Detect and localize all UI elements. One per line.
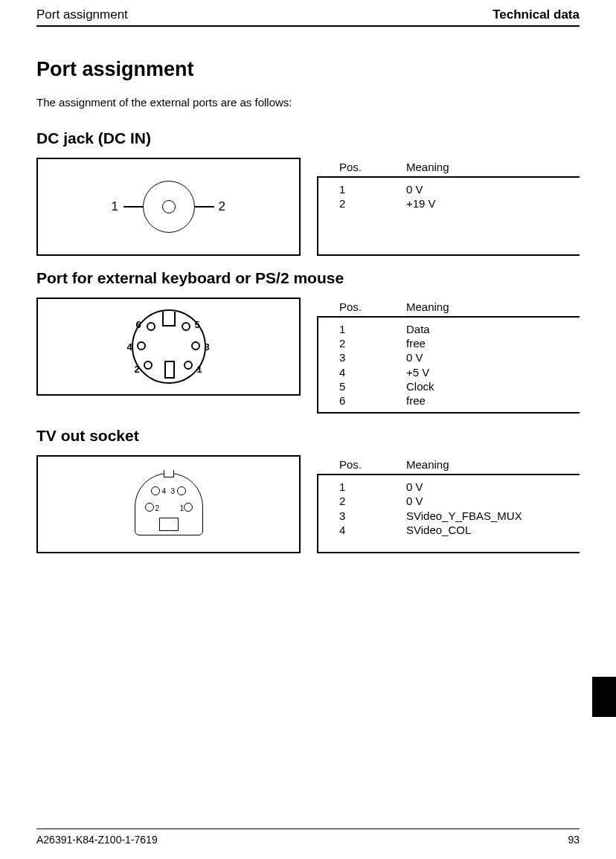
table-row: 2free	[339, 336, 580, 350]
col-header-meaning: Meaning	[406, 300, 580, 313]
ps2-pin-label: 5	[195, 319, 200, 330]
table-row: 3SVideo_Y_FBAS_MUX	[339, 509, 580, 523]
table-row: 6free	[339, 393, 580, 408]
ps2-pin-label: 4	[127, 341, 132, 353]
col-header-pos: Pos.	[339, 458, 406, 471]
header-chapter: Technical data	[493, 7, 580, 22]
table-row: 20 V	[339, 494, 580, 508]
dc-diagram-box: 1 2	[36, 158, 301, 256]
table-row: 30 V	[339, 350, 580, 364]
table-row: 10 V	[339, 182, 580, 196]
thumb-index-tab	[592, 677, 616, 717]
table-row: 5Clock	[339, 379, 580, 393]
page-header: Port assignment Technical data	[36, 0, 580, 27]
tv-diagram-box: 1 2 3 4	[36, 455, 301, 553]
col-header-pos: Pos.	[339, 161, 406, 173]
table-row: 4+5 V	[339, 365, 580, 379]
footer-docnum: A26391-K84-Z100-1-7619	[36, 834, 158, 846]
table-row: 2+19 V	[339, 196, 580, 210]
ps2-section: 1 2 3 4 5 6 Pos. Meaning 1Data 2free 30 …	[36, 297, 580, 414]
ps2-pin-label: 6	[136, 319, 141, 330]
ps2-diagram-box: 1 2 3 4 5 6	[36, 297, 301, 396]
table-row: 10 V	[339, 480, 580, 494]
col-header-meaning: Meaning	[406, 458, 580, 471]
dc-pin-table: Pos. Meaning 10 V 2+19 V	[317, 158, 580, 256]
page-title: Port assignment	[36, 58, 580, 81]
dc-pin-label: 1	[112, 199, 118, 214]
section-title-ps2: Port for external keyboard or PS/2 mouse	[36, 269, 580, 287]
footer-page: 93	[568, 834, 580, 846]
dc-pin-label: 2	[219, 199, 225, 214]
ps2-pin-label: 1	[197, 364, 202, 375]
section-title-dc: DC jack (DC IN)	[36, 129, 580, 147]
tv-pin-label: 1	[180, 504, 185, 512]
tv-connector-icon: 1 2 3 4	[124, 467, 214, 541]
header-section: Port assignment	[36, 7, 128, 22]
ps2-pin-table: Pos. Meaning 1Data 2free 30 V 4+5 V 5Clo…	[317, 297, 580, 414]
tv-pin-table: Pos. Meaning 10 V 20 V 3SVideo_Y_FBAS_MU…	[317, 455, 580, 553]
tv-pin-label: 2	[155, 504, 160, 512]
tv-section: 1 2 3 4 Pos. Meaning 10 V 20 V 3SVideo_Y…	[36, 455, 580, 553]
dc-section: 1 2 Pos. Meaning 10 V 2+19 V	[36, 158, 580, 256]
dc-jack-icon: 1 2	[91, 181, 247, 233]
tv-pin-label: 3	[171, 487, 176, 495]
col-header-pos: Pos.	[339, 300, 406, 313]
intro-text: The assignment of the external ports are…	[36, 96, 580, 109]
tv-pin-label: 4	[162, 487, 167, 495]
table-row: 1Data	[339, 322, 580, 336]
ps2-pin-label: 3	[205, 341, 210, 353]
section-title-tv: TV out socket	[36, 427, 580, 445]
ps2-pin-label: 2	[135, 364, 140, 375]
table-row: 4SVideo_COL	[339, 523, 580, 537]
page-footer: A26391-K84-Z100-1-7619 93	[36, 829, 580, 846]
col-header-meaning: Meaning	[406, 161, 580, 173]
ps2-connector-icon: 1 2 3 4 5 6	[109, 306, 228, 387]
